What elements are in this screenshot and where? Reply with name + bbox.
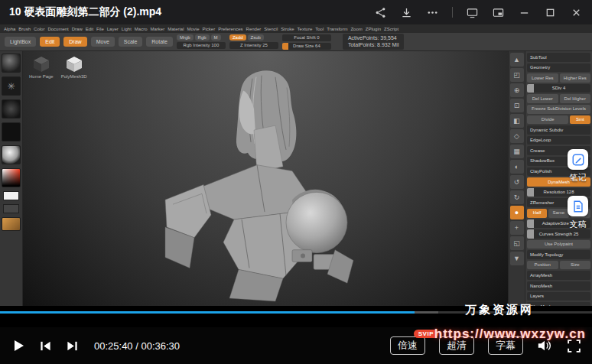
palette-button[interactable]: SubTool (527, 53, 590, 62)
palette-button[interactable]: Modify Topology (527, 250, 590, 259)
palette-button[interactable]: Half (527, 209, 547, 218)
palette-button[interactable]: Higher Res (560, 73, 591, 83)
menu-item[interactable]: ZPlugin (366, 27, 381, 31)
aa-half-icon[interactable]: ◧ (510, 114, 524, 128)
rotate-left-icon[interactable]: ↺ (510, 175, 524, 189)
solo-icon[interactable]: ● (510, 206, 524, 219)
polymesh-thumbnail[interactable]: PolyMesh3D (61, 55, 87, 79)
menu-item[interactable]: Stencil (264, 27, 278, 31)
persp-icon[interactable]: ◇ (510, 129, 524, 143)
m-toggle[interactable]: M (211, 34, 221, 41)
material-sphere-thumbnail[interactable] (2, 145, 21, 164)
move-button[interactable]: Move (91, 37, 115, 47)
maximize-icon[interactable] (544, 6, 557, 19)
menu-item[interactable]: File (96, 27, 104, 31)
palette-button[interactable]: Dynamic Subdiv (527, 125, 590, 135)
menu-item[interactable]: Document (47, 27, 68, 31)
menu-item[interactable]: Movie (187, 27, 200, 31)
close-icon[interactable] (570, 6, 583, 19)
draw-button[interactable]: Draw (63, 37, 86, 47)
palette-button[interactable]: Lower Res (527, 73, 558, 83)
draw-size-slider[interactable]: Draw Size 64 (282, 43, 331, 50)
palette-button[interactable]: ArrayMesh (527, 271, 590, 280)
local-symmetry-icon[interactable]: ◐ (510, 160, 524, 174)
rotate-right-icon[interactable]: ↻ (510, 190, 524, 204)
color-swatch-primary[interactable] (3, 191, 19, 200)
actual-size-icon[interactable]: ⊡ (510, 99, 524, 112)
palette-button[interactable]: Use Polypaint (527, 240, 590, 249)
menu-item[interactable]: Brush (18, 27, 31, 31)
palette-button[interactable]: Geometry (527, 63, 590, 73)
menu-item[interactable]: Material (168, 27, 184, 31)
palette-button[interactable]: Same (548, 209, 568, 218)
menu-item[interactable]: Layer (107, 27, 119, 31)
menu-item[interactable]: Macro (135, 27, 148, 31)
more-icon[interactable] (426, 6, 439, 19)
palette-button[interactable]: Freeze SubDivision Levels (527, 105, 590, 114)
video-area[interactable]: Alpha Brush Color Document Draw Edit Fil… (0, 24, 592, 327)
scroll-up-icon[interactable]: ▲ (510, 53, 524, 67)
move-canvas-icon[interactable]: + (510, 221, 524, 235)
focal-shift-slider[interactable]: Focal Shift 0 (282, 34, 331, 41)
previous-button[interactable] (37, 338, 53, 353)
menu-item[interactable]: Zoom (350, 27, 362, 31)
palette-button[interactable]: Smt (570, 115, 590, 125)
playback-speed-button[interactable]: 倍速 (390, 336, 425, 355)
palette-button[interactable]: NanoMesh (527, 281, 590, 291)
menu-item[interactable]: Texture (298, 27, 313, 31)
menu-item[interactable]: Picker (203, 27, 216, 31)
material-thumbnail[interactable] (2, 217, 21, 231)
menu-item[interactable]: Edit (86, 27, 93, 31)
edit-button[interactable]: Edit (40, 37, 60, 47)
minimize-icon[interactable] (518, 6, 531, 19)
homepage-thumbnail[interactable]: Home Page (29, 55, 54, 79)
zoom-in-icon[interactable]: ⊕ (510, 83, 524, 97)
menu-item[interactable]: Marker (150, 27, 164, 31)
scale-button[interactable]: Scale (119, 37, 143, 47)
color-picker[interactable] (2, 168, 21, 187)
rgb-toggle[interactable]: Rgb (195, 34, 210, 41)
lightbox-button[interactable]: LightBox (5, 37, 36, 47)
floor-grid-icon[interactable]: ▦ (510, 145, 524, 158)
menu-item[interactable]: Color (34, 27, 44, 31)
cast-icon[interactable] (466, 6, 479, 19)
palette-button[interactable]: Layers (527, 292, 590, 301)
pip-icon[interactable] (492, 6, 505, 19)
zadd-toggle[interactable]: Zadd (229, 34, 246, 41)
palette-button[interactable]: FiberMesh (527, 302, 590, 306)
menu-item[interactable]: Stroke (281, 27, 294, 31)
palette-button[interactable]: Curves Strength 25 (527, 229, 590, 239)
palette-button[interactable]: EdgeLoop (527, 136, 590, 145)
palette-button[interactable]: Del Lower (527, 94, 558, 103)
rgb-intensity-slider[interactable]: Rgb Intensity 100 (177, 42, 226, 49)
transcript-button[interactable]: 文稿 (568, 196, 588, 230)
scale-canvas-icon[interactable]: ◱ (510, 236, 524, 250)
stroke-thumbnail[interactable]: ✳ (2, 76, 21, 96)
menu-item[interactable]: Tool (315, 27, 324, 31)
notes-button[interactable]: 笔记 (568, 149, 588, 184)
menu-item[interactable]: Draw (72, 27, 83, 31)
texture-thumbnail[interactable] (2, 122, 21, 141)
palette-button[interactable]: Size (560, 261, 591, 270)
color-swatch-secondary[interactable] (3, 204, 19, 213)
menu-item[interactable]: Render (246, 27, 262, 31)
download-icon[interactable] (400, 6, 413, 19)
brush-thumbnail[interactable] (2, 54, 21, 73)
palette-button[interactable]: Position (527, 261, 558, 270)
menu-item[interactable]: Transform (327, 27, 347, 31)
z-intensity-slider[interactable]: Z Intensity 25 (229, 42, 278, 49)
menu-item[interactable]: ZScript (384, 27, 398, 31)
menu-item[interactable]: Preferences (218, 27, 242, 31)
rotate-button[interactable]: Rotate (146, 37, 173, 47)
menu-item[interactable]: Alpha (4, 27, 15, 31)
scroll-down-icon[interactable]: ▼ (510, 252, 524, 265)
frame-icon[interactable]: ◰ (510, 68, 524, 82)
palette-button[interactable]: SDiv 4 (527, 84, 590, 93)
share-icon[interactable] (374, 6, 387, 19)
menu-item[interactable]: Light (122, 27, 132, 31)
zsub-toggle[interactable]: Zsub (248, 34, 264, 41)
play-button[interactable] (11, 338, 26, 353)
sculpt-canvas[interactable]: Home Page PolyMesh3D (23, 51, 508, 306)
palette-button[interactable]: Del Higher (560, 94, 591, 103)
alpha-thumbnail[interactable] (2, 99, 21, 119)
